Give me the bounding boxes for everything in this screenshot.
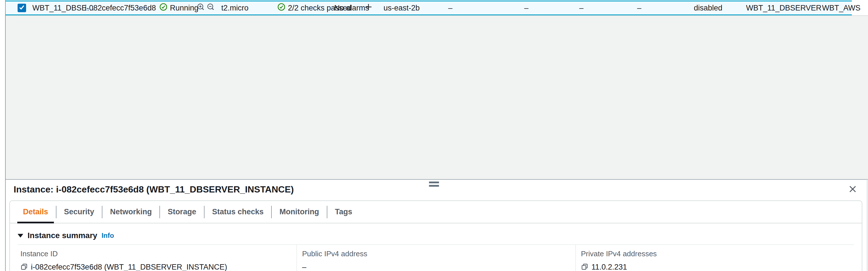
field-label: Public IPv4 address xyxy=(302,249,575,258)
tab-details[interactable]: Details xyxy=(15,201,56,223)
checkmark-icon xyxy=(19,4,25,12)
empty-value: – xyxy=(637,4,641,12)
field-value: – xyxy=(302,263,306,271)
circle-check-icon xyxy=(159,3,167,13)
detail-container: Details Security Networking Storage Stat… xyxy=(9,200,862,271)
instance-table-row[interactable]: WBT_11_DBSE… i-082cefecc7f53e6d8 Running… xyxy=(6,1,852,15)
drag-handle-icon xyxy=(429,181,439,183)
circle-check-icon xyxy=(277,3,285,13)
instance-state: Running xyxy=(159,3,198,13)
plus-icon xyxy=(364,3,373,13)
tab-networking[interactable]: Networking xyxy=(102,201,160,223)
tab-security[interactable]: Security xyxy=(56,201,102,223)
zoom-in-icon[interactable] xyxy=(197,3,205,13)
summary-column: Private IPv4 addresses 11.0.2.231 xyxy=(575,245,854,271)
field-value: i-082cefecc7f53e6d8 (WBT_11_DBSERVER_INS… xyxy=(31,263,227,271)
panel-title: Instance: i-082cefecc7f53e6d8 (WBT_11_DB… xyxy=(13,184,294,195)
instance-summary-grid: Instance ID i-082cefecc7f53e6d8 (WBT_11_… xyxy=(18,244,854,271)
instance-state-label: Running xyxy=(170,4,198,12)
empty-value: – xyxy=(448,4,453,12)
section-heading: Instance summary xyxy=(28,231,97,240)
field-label: Private IPv4 addresses xyxy=(581,249,854,258)
availability-zone: us-east-2b xyxy=(383,4,420,12)
instance-id-link[interactable]: i-082cefecc7f53e6d8 xyxy=(85,4,156,12)
info-link[interactable]: Info xyxy=(101,232,114,240)
zoom-out-icon[interactable] xyxy=(207,3,215,13)
instance-type: t2.micro xyxy=(221,4,248,12)
summary-column: Public IPv4 address – xyxy=(297,245,575,271)
tab-storage[interactable]: Storage xyxy=(160,201,204,223)
close-panel-button[interactable] xyxy=(847,184,858,195)
copy-icon xyxy=(581,263,588,271)
panel-resize-handle[interactable] xyxy=(429,181,439,188)
security-group-value: WBT_11_DBSERVER xyxy=(746,4,822,12)
key-name-value: WBT_AWS xyxy=(822,4,861,12)
summary-column: Instance ID i-082cefecc7f53e6d8 (WBT_11_… xyxy=(18,245,297,271)
drag-handle-icon xyxy=(429,185,439,187)
tab-monitoring[interactable]: Monitoring xyxy=(272,201,327,223)
tab-bar: Details Security Networking Storage Stat… xyxy=(10,201,862,224)
empty-value: – xyxy=(524,4,528,12)
instance-summary-toggle[interactable]: Instance summary Info xyxy=(18,231,854,240)
row-checkbox[interactable] xyxy=(18,4,26,12)
copy-icon xyxy=(21,263,28,271)
tab-tags[interactable]: Tags xyxy=(327,201,360,223)
add-alarm-button[interactable] xyxy=(364,3,373,13)
close-icon xyxy=(848,184,858,195)
chevron-down-icon xyxy=(18,234,23,238)
zoom-controls xyxy=(197,3,215,13)
alarm-status: No alarms xyxy=(334,4,369,12)
empty-value: – xyxy=(579,4,584,12)
content-background xyxy=(6,15,868,179)
copy-button[interactable] xyxy=(21,263,28,271)
copy-button[interactable] xyxy=(581,263,588,271)
ec2-console-page: WBT_11_DBSE… i-082cefecc7f53e6d8 Running… xyxy=(0,0,868,271)
instance-detail-panel: Instance: i-082cefecc7f53e6d8 (WBT_11_DB… xyxy=(6,179,868,271)
tab-status-checks[interactable]: Status checks xyxy=(204,201,272,223)
monitoring-value: disabled xyxy=(694,4,722,12)
panel-right-border xyxy=(867,179,867,271)
field-label: Instance ID xyxy=(21,249,297,258)
field-value: 11.0.2.231 xyxy=(591,263,627,271)
